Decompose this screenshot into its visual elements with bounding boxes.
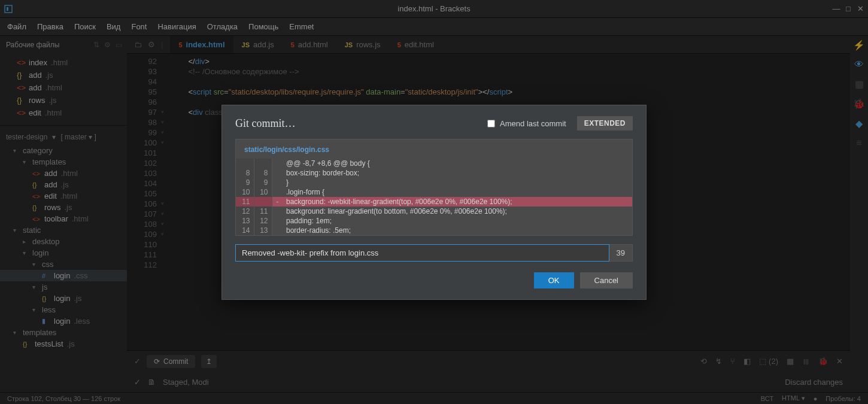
git-commit-dialog: Git commit… Amend last commit EXTENDED s… <box>221 105 647 300</box>
diff-line: 1010.login-form { <box>236 187 632 197</box>
diff-file-path[interactable]: static/login/css/login.css <box>236 145 632 159</box>
diff-hunk-header: @@ -8,7 +8,6 @@ body { <box>283 159 632 168</box>
amend-checkbox[interactable]: Amend last commit <box>487 119 566 128</box>
diff-line: 11- background: -webkit-linear-gradient(… <box>236 197 632 206</box>
amend-input[interactable] <box>487 120 495 127</box>
commit-message-input[interactable] <box>235 244 609 262</box>
diff-line: 1312 padding: 1em; <box>236 216 632 226</box>
amend-label: Amend last commit <box>500 119 566 128</box>
diff-line: 1211 background: linear-gradient(to bott… <box>236 206 632 216</box>
diff-line: 88 box-sizing: border-box; <box>236 168 632 178</box>
modal-backdrop: Git commit… Amend last commit EXTENDED s… <box>0 0 868 404</box>
dialog-title: Git commit… <box>235 117 296 130</box>
extended-button[interactable]: EXTENDED <box>577 116 633 130</box>
diff-line: 99} <box>236 178 632 187</box>
char-count: 39 <box>609 244 633 262</box>
cancel-button[interactable]: Cancel <box>580 272 633 288</box>
ok-button[interactable]: OK <box>534 272 574 288</box>
diff-viewer: static/login/css/login.css @@ -8,7 +8,6 … <box>235 139 633 236</box>
diff-line: 1413 border-radius: .5em; <box>236 226 632 235</box>
